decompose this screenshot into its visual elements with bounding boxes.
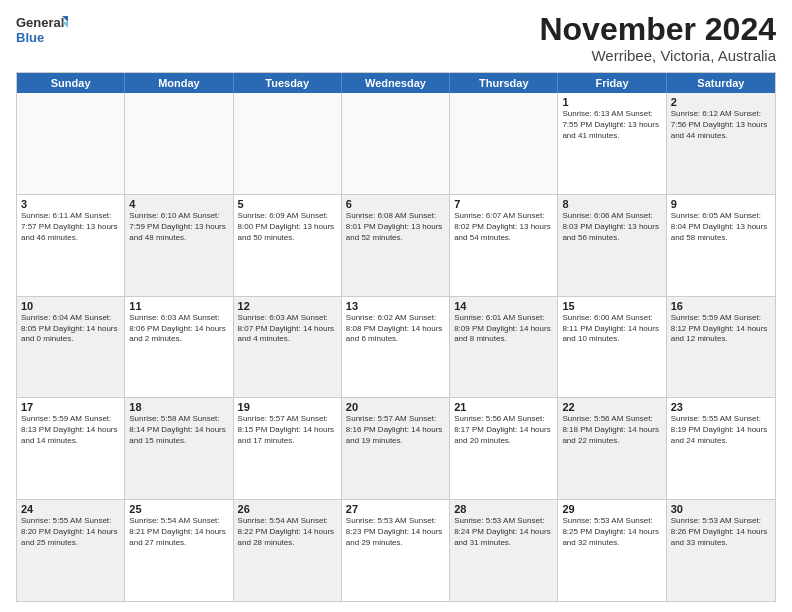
calendar-cell-3-5: 22Sunrise: 5:56 AM Sunset: 8:18 PM Dayli… xyxy=(558,398,666,499)
calendar-cell-0-6: 2Sunrise: 6:12 AM Sunset: 7:56 PM Daylig… xyxy=(667,93,775,194)
svg-text:Blue: Blue xyxy=(16,30,44,45)
calendar-cell-4-6: 30Sunrise: 5:53 AM Sunset: 8:26 PM Dayli… xyxy=(667,500,775,601)
day-info: Sunrise: 6:11 AM Sunset: 7:57 PM Dayligh… xyxy=(21,211,120,243)
day-number: 20 xyxy=(346,401,445,413)
calendar-header: Sunday Monday Tuesday Wednesday Thursday… xyxy=(17,73,775,93)
calendar-cell-3-3: 20Sunrise: 5:57 AM Sunset: 8:16 PM Dayli… xyxy=(342,398,450,499)
day-info: Sunrise: 6:04 AM Sunset: 8:05 PM Dayligh… xyxy=(21,313,120,345)
calendar-row-1: 3Sunrise: 6:11 AM Sunset: 7:57 PM Daylig… xyxy=(17,194,775,296)
day-info: Sunrise: 5:55 AM Sunset: 8:19 PM Dayligh… xyxy=(671,414,771,446)
day-number: 24 xyxy=(21,503,120,515)
day-info: Sunrise: 5:54 AM Sunset: 8:21 PM Dayligh… xyxy=(129,516,228,548)
day-info: Sunrise: 5:53 AM Sunset: 8:23 PM Dayligh… xyxy=(346,516,445,548)
month-title: November 2024 xyxy=(539,12,776,47)
calendar-cell-3-1: 18Sunrise: 5:58 AM Sunset: 8:14 PM Dayli… xyxy=(125,398,233,499)
calendar-cell-3-6: 23Sunrise: 5:55 AM Sunset: 8:19 PM Dayli… xyxy=(667,398,775,499)
calendar-cell-1-3: 6Sunrise: 6:08 AM Sunset: 8:01 PM Daylig… xyxy=(342,195,450,296)
day-number: 11 xyxy=(129,300,228,312)
calendar-cell-3-4: 21Sunrise: 5:56 AM Sunset: 8:17 PM Dayli… xyxy=(450,398,558,499)
calendar-cell-4-1: 25Sunrise: 5:54 AM Sunset: 8:21 PM Dayli… xyxy=(125,500,233,601)
calendar-cell-1-6: 9Sunrise: 6:05 AM Sunset: 8:04 PM Daylig… xyxy=(667,195,775,296)
calendar-cell-3-2: 19Sunrise: 5:57 AM Sunset: 8:15 PM Dayli… xyxy=(234,398,342,499)
day-info: Sunrise: 6:06 AM Sunset: 8:03 PM Dayligh… xyxy=(562,211,661,243)
calendar-cell-1-4: 7Sunrise: 6:07 AM Sunset: 8:02 PM Daylig… xyxy=(450,195,558,296)
header-sunday: Sunday xyxy=(17,73,125,93)
day-info: Sunrise: 6:02 AM Sunset: 8:08 PM Dayligh… xyxy=(346,313,445,345)
day-number: 1 xyxy=(562,96,661,108)
day-info: Sunrise: 6:03 AM Sunset: 8:07 PM Dayligh… xyxy=(238,313,337,345)
day-info: Sunrise: 5:53 AM Sunset: 8:24 PM Dayligh… xyxy=(454,516,553,548)
day-number: 2 xyxy=(671,96,771,108)
day-info: Sunrise: 5:58 AM Sunset: 8:14 PM Dayligh… xyxy=(129,414,228,446)
calendar-cell-0-1 xyxy=(125,93,233,194)
calendar-cell-0-2 xyxy=(234,93,342,194)
day-number: 16 xyxy=(671,300,771,312)
day-info: Sunrise: 6:08 AM Sunset: 8:01 PM Dayligh… xyxy=(346,211,445,243)
calendar-row-2: 10Sunrise: 6:04 AM Sunset: 8:05 PM Dayli… xyxy=(17,296,775,398)
header-wednesday: Wednesday xyxy=(342,73,450,93)
day-number: 8 xyxy=(562,198,661,210)
day-number: 30 xyxy=(671,503,771,515)
day-info: Sunrise: 5:57 AM Sunset: 8:15 PM Dayligh… xyxy=(238,414,337,446)
calendar-cell-1-5: 8Sunrise: 6:06 AM Sunset: 8:03 PM Daylig… xyxy=(558,195,666,296)
day-number: 13 xyxy=(346,300,445,312)
day-number: 26 xyxy=(238,503,337,515)
day-number: 10 xyxy=(21,300,120,312)
calendar-cell-2-6: 16Sunrise: 5:59 AM Sunset: 8:12 PM Dayli… xyxy=(667,297,775,398)
svg-text:General: General xyxy=(16,15,64,30)
page: General Blue November 2024 Werribee, Vic… xyxy=(0,0,792,612)
calendar-row-0: 1Sunrise: 6:13 AM Sunset: 7:55 PM Daylig… xyxy=(17,93,775,194)
day-info: Sunrise: 5:55 AM Sunset: 8:20 PM Dayligh… xyxy=(21,516,120,548)
day-number: 12 xyxy=(238,300,337,312)
calendar-cell-2-3: 13Sunrise: 6:02 AM Sunset: 8:08 PM Dayli… xyxy=(342,297,450,398)
day-info: Sunrise: 5:56 AM Sunset: 8:18 PM Dayligh… xyxy=(562,414,661,446)
calendar-cell-0-4 xyxy=(450,93,558,194)
day-number: 19 xyxy=(238,401,337,413)
calendar-cell-4-2: 26Sunrise: 5:54 AM Sunset: 8:22 PM Dayli… xyxy=(234,500,342,601)
day-info: Sunrise: 5:53 AM Sunset: 8:26 PM Dayligh… xyxy=(671,516,771,548)
calendar-row-3: 17Sunrise: 5:59 AM Sunset: 8:13 PM Dayli… xyxy=(17,397,775,499)
day-number: 23 xyxy=(671,401,771,413)
day-info: Sunrise: 6:01 AM Sunset: 8:09 PM Dayligh… xyxy=(454,313,553,345)
calendar-cell-2-0: 10Sunrise: 6:04 AM Sunset: 8:05 PM Dayli… xyxy=(17,297,125,398)
header-friday: Friday xyxy=(558,73,666,93)
calendar-cell-1-0: 3Sunrise: 6:11 AM Sunset: 7:57 PM Daylig… xyxy=(17,195,125,296)
header-tuesday: Tuesday xyxy=(234,73,342,93)
calendar-row-4: 24Sunrise: 5:55 AM Sunset: 8:20 PM Dayli… xyxy=(17,499,775,601)
calendar-cell-2-5: 15Sunrise: 6:00 AM Sunset: 8:11 PM Dayli… xyxy=(558,297,666,398)
calendar: Sunday Monday Tuesday Wednesday Thursday… xyxy=(16,72,776,602)
day-number: 9 xyxy=(671,198,771,210)
day-info: Sunrise: 6:10 AM Sunset: 7:59 PM Dayligh… xyxy=(129,211,228,243)
logo: General Blue xyxy=(16,12,68,48)
day-info: Sunrise: 5:59 AM Sunset: 8:13 PM Dayligh… xyxy=(21,414,120,446)
day-number: 5 xyxy=(238,198,337,210)
calendar-cell-1-1: 4Sunrise: 6:10 AM Sunset: 7:59 PM Daylig… xyxy=(125,195,233,296)
title-block: November 2024 Werribee, Victoria, Austra… xyxy=(539,12,776,64)
calendar-cell-4-4: 28Sunrise: 5:53 AM Sunset: 8:24 PM Dayli… xyxy=(450,500,558,601)
logo-svg: General Blue xyxy=(16,12,68,48)
calendar-cell-2-2: 12Sunrise: 6:03 AM Sunset: 8:07 PM Dayli… xyxy=(234,297,342,398)
location-title: Werribee, Victoria, Australia xyxy=(539,47,776,64)
day-info: Sunrise: 5:53 AM Sunset: 8:25 PM Dayligh… xyxy=(562,516,661,548)
day-number: 18 xyxy=(129,401,228,413)
day-info: Sunrise: 6:07 AM Sunset: 8:02 PM Dayligh… xyxy=(454,211,553,243)
day-number: 6 xyxy=(346,198,445,210)
day-number: 3 xyxy=(21,198,120,210)
header-saturday: Saturday xyxy=(667,73,775,93)
day-number: 17 xyxy=(21,401,120,413)
day-info: Sunrise: 5:54 AM Sunset: 8:22 PM Dayligh… xyxy=(238,516,337,548)
day-number: 21 xyxy=(454,401,553,413)
calendar-cell-4-0: 24Sunrise: 5:55 AM Sunset: 8:20 PM Dayli… xyxy=(17,500,125,601)
day-number: 7 xyxy=(454,198,553,210)
calendar-cell-2-1: 11Sunrise: 6:03 AM Sunset: 8:06 PM Dayli… xyxy=(125,297,233,398)
day-number: 15 xyxy=(562,300,661,312)
header: General Blue November 2024 Werribee, Vic… xyxy=(16,12,776,64)
day-number: 28 xyxy=(454,503,553,515)
day-info: Sunrise: 5:59 AM Sunset: 8:12 PM Dayligh… xyxy=(671,313,771,345)
day-number: 25 xyxy=(129,503,228,515)
header-thursday: Thursday xyxy=(450,73,558,93)
day-info: Sunrise: 5:57 AM Sunset: 8:16 PM Dayligh… xyxy=(346,414,445,446)
day-info: Sunrise: 5:56 AM Sunset: 8:17 PM Dayligh… xyxy=(454,414,553,446)
day-info: Sunrise: 6:13 AM Sunset: 7:55 PM Dayligh… xyxy=(562,109,661,141)
day-info: Sunrise: 6:03 AM Sunset: 8:06 PM Dayligh… xyxy=(129,313,228,345)
